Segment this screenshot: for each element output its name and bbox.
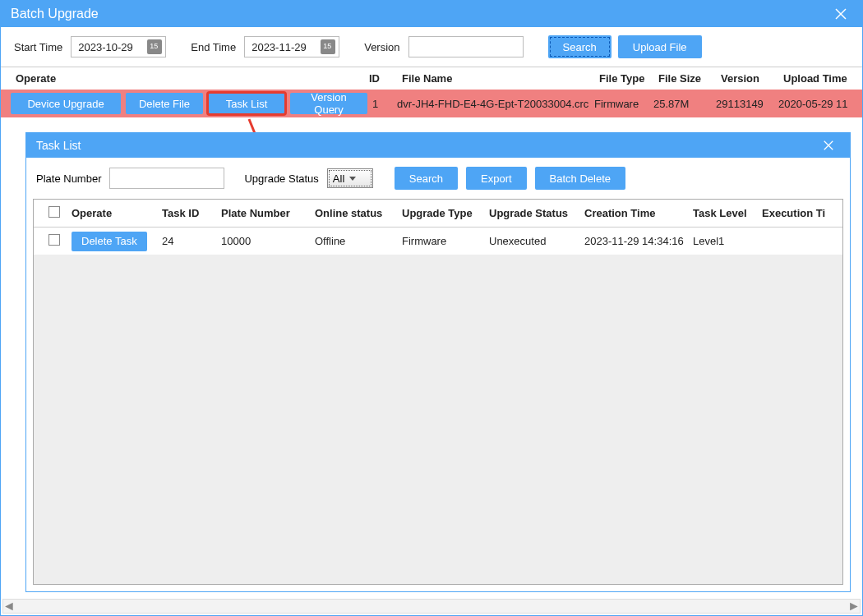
dialog-title: Task List [36,139,81,152]
col-creation-time: Creation Time [579,207,688,219]
upgrade-status-selected: All [333,172,344,185]
end-time-input[interactable]: 2023-11-29 [244,36,339,57]
version-query-button[interactable]: Version Query [290,93,367,114]
batch-upgrade-window: Batch Upgrade Start Time 2023-10-29 End … [0,0,863,616]
window-title: Batch Upgrade [11,7,99,21]
col-task-id: Task ID [157,207,216,219]
row-checkbox[interactable] [48,234,60,246]
start-time-input[interactable]: 2023-10-29 [71,36,166,57]
start-time-value: 2023-10-29 [78,41,133,53]
scroll-right-icon[interactable]: ► [848,600,860,612]
scrollbar-track[interactable] [15,600,848,612]
cell-file-name: dvr-JH4-FHD-E4-4G-Ept-T20033004.crc [397,98,594,110]
search-button[interactable]: Search [548,35,611,58]
dialog-filter-bar: Plate Number Upgrade Status All Search E… [26,158,850,199]
cell-id: 1 [372,98,397,110]
upgrade-status-select[interactable]: All [327,168,373,188]
horizontal-scrollbar[interactable]: ◄ ► [2,599,861,614]
window-close-button[interactable] [829,2,852,25]
task-list-button[interactable]: Task List [208,93,285,114]
col-operate: Operate [67,207,157,219]
cell-task-id: 24 [157,235,216,247]
calendar-icon [321,39,335,54]
col-online-status: Online status [310,207,397,219]
upload-file-button[interactable]: Upload File [618,35,702,58]
delete-task-button[interactable]: Delete Task [72,232,147,251]
task-table-header: Operate Task ID Plate Number Online stat… [34,200,842,228]
col-plate-number: Plate Number [216,207,310,219]
cell-upload-time: 2020-05-29 11 [778,98,863,110]
filter-bar: Start Time 2023-10-29 End Time 2023-11-2… [1,27,862,67]
cell-online-status: Offline [310,235,397,247]
task-list-dialog: Task List Plate Number Upgrade Status Al… [25,132,851,592]
col-file-size: File Size [658,72,721,85]
col-execution-time: Execution Ti [757,207,826,219]
cell-file-type: Firmware [594,98,653,110]
col-upgrade-status: Upgrade Status [484,207,579,219]
col-file-type: File Type [599,72,658,85]
col-version: Version [721,72,783,85]
col-upgrade-type: Upgrade Type [397,207,484,219]
cell-task-level: Level1 [688,235,757,247]
upgrade-status-label: Upgrade Status [244,172,318,185]
cell-creation-time: 2023-11-29 14:34:16 [579,235,688,247]
close-icon [834,7,847,21]
device-upgrade-button[interactable]: Device Upgrade [11,93,121,114]
select-all-checkbox[interactable] [48,206,60,218]
files-table-row[interactable]: Device Upgrade Delete File Task List Ver… [1,90,862,117]
col-operate: Operate [16,72,369,85]
plate-number-label: Plate Number [36,172,101,185]
calendar-icon [147,39,162,54]
version-input[interactable] [408,36,524,57]
window-titlebar: Batch Upgrade [1,1,862,27]
dialog-search-button[interactable]: Search [395,167,458,190]
chevron-down-icon [349,177,356,181]
close-icon [823,140,834,151]
col-upload-time: Upload Time [783,72,863,85]
cell-version: 29113149 [716,98,778,110]
col-id: ID [369,72,402,85]
scroll-left-icon[interactable]: ◄ [3,600,15,612]
cell-file-size: 25.87M [653,98,716,110]
export-button[interactable]: Export [466,167,527,190]
cell-upgrade-type: Firmware [397,235,484,247]
version-label: Version [364,41,399,53]
col-task-level: Task Level [688,207,757,219]
end-time-value: 2023-11-29 [252,41,307,53]
plate-number-input[interactable] [109,168,224,189]
cell-upgrade-status: Unexecuted [484,235,579,247]
dialog-titlebar: Task List [26,133,850,158]
task-table: Operate Task ID Plate Number Online stat… [33,199,843,585]
col-file-name: File Name [402,72,599,85]
files-table-header: Operate ID File Name File Type File Size… [1,67,862,90]
batch-delete-button[interactable]: Batch Delete [535,167,625,190]
cell-plate-number: 10000 [216,235,310,247]
delete-file-button[interactable]: Delete File [126,93,203,114]
dialog-close-button[interactable] [817,134,840,157]
start-time-label: Start Time [14,41,62,53]
task-table-row[interactable]: Delete Task 24 10000 Offline Firmware Un… [34,228,842,255]
end-time-label: End Time [191,41,236,53]
